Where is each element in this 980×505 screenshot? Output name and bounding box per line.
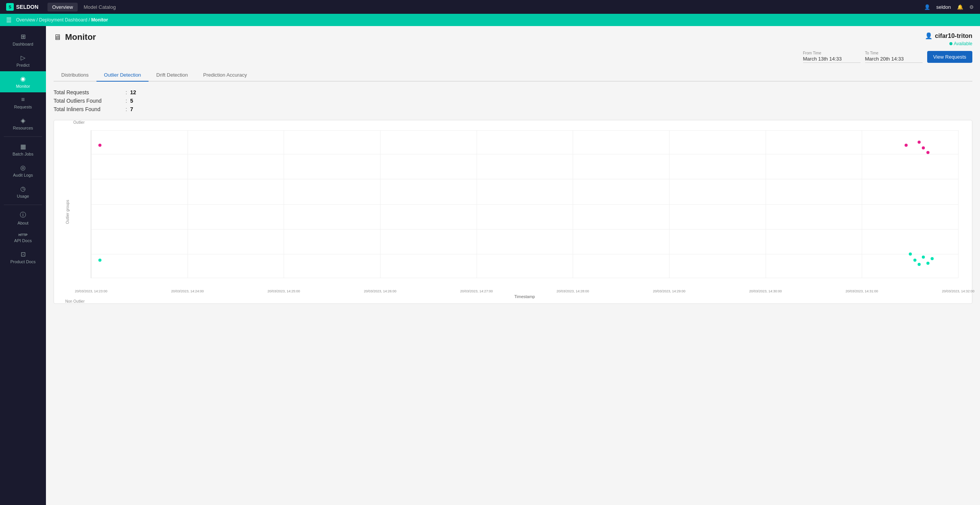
resources-icon: ◈: [21, 117, 25, 124]
grid-line-h-4: [91, 229, 958, 230]
data-point-5: [98, 259, 101, 262]
sidebar-label-usage: Usage: [17, 194, 29, 198]
dashboard-icon: ⊞: [21, 33, 26, 40]
data-point-4: [926, 151, 929, 154]
nav-overview[interactable]: Overview: [47, 3, 77, 11]
stat-total-inliners: Total Inliners Found : 7: [54, 106, 972, 112]
user-icon: 👤: [924, 4, 930, 10]
requests-icon: ≡: [21, 96, 24, 103]
stat-sep-2: :: [126, 106, 127, 112]
x-tick-5: 20/03/2023, 14:28:00: [557, 289, 589, 293]
bell-icon[interactable]: 🔔: [957, 4, 963, 10]
data-point-7: [913, 259, 916, 262]
sidebar-item-requests[interactable]: ≡ Requests: [0, 92, 46, 113]
tab-prediction-accuracy[interactable]: Prediction Accuracy: [196, 69, 255, 82]
breadcrumb-bar: ☰ Overview / Deployment Dashboard / Moni…: [0, 14, 980, 26]
grid-line-h-6: [91, 278, 958, 278]
stat-value-outliers: 5: [130, 98, 133, 104]
stat-value-requests: 12: [130, 89, 136, 95]
logo-icon: S: [6, 3, 14, 11]
breadcrumb-current: Monitor: [91, 17, 108, 23]
data-point-8: [918, 263, 921, 266]
status-dot: [949, 42, 952, 45]
stat-label-requests: Total Requests: [54, 89, 122, 95]
sidebar-label-product-docs: Product Docs: [10, 259, 36, 264]
to-time-value[interactable]: March 20th 14:33: [865, 56, 923, 63]
deployment-icon: 👤: [925, 32, 933, 39]
monitor-icon: ◉: [20, 75, 26, 82]
stat-label-inliners: Total Inliners Found: [54, 106, 122, 112]
data-point-11: [931, 257, 934, 260]
data-point-1: [905, 144, 908, 147]
page-header: 🖥 Monitor 👤 cifar10-triton Available: [54, 32, 972, 46]
grid-line-h-1: [91, 154, 958, 154]
x-tick-9: 20/03/2023, 14:32:00: [942, 289, 974, 293]
stat-sep-0: :: [126, 89, 127, 95]
to-time-label: To Time: [865, 51, 923, 55]
top-navigation: S SELDON Overview Model Catalog 👤 seldon…: [0, 0, 980, 14]
usage-icon: ◷: [20, 185, 26, 192]
breadcrumb-deployment-dashboard[interactable]: Deployment Dashboard: [39, 17, 87, 23]
tab-distributions[interactable]: Distributions: [54, 69, 96, 82]
sidebar-item-monitor[interactable]: ◉ Monitor: [0, 71, 46, 92]
x-tick-4: 20/03/2023, 14:27:00: [460, 289, 493, 293]
chart-plot-area: 20/03/2023, 14:23:0020/03/2023, 14:24:00…: [91, 130, 958, 278]
grid-line-h-5: [91, 254, 958, 254]
sidebar-label-requests: Requests: [14, 105, 32, 109]
sidebar-item-resources[interactable]: ◈ Resources: [0, 113, 46, 134]
nav-model-catalog[interactable]: Model Catalog: [79, 3, 121, 11]
y-label-outlier: Outlier: [62, 120, 85, 125]
tab-drift-detection[interactable]: Drift Detection: [149, 69, 195, 82]
x-tick-7: 20/03/2023, 14:30:00: [749, 289, 782, 293]
sidebar-item-predict[interactable]: ▷ Predict: [0, 50, 46, 71]
sidebar-item-product-docs[interactable]: ⊡ Product Docs: [0, 247, 46, 268]
sidebar-item-audit-logs[interactable]: ◎ Audit Logs: [0, 160, 46, 181]
sidebar-label-audit-logs: Audit Logs: [13, 173, 33, 177]
sidebar-label-api-docs: API Docs: [14, 238, 32, 243]
logo-text: SELDON: [16, 4, 38, 10]
x-tick-2: 20/03/2023, 14:25:00: [268, 289, 300, 293]
sidebar-label-batch-jobs: Batch Jobs: [13, 152, 33, 156]
breadcrumb: Overview / Deployment Dashboard / Monito…: [16, 17, 108, 23]
sidebar-item-usage[interactable]: ◷ Usage: [0, 181, 46, 202]
y-axis-labels: Outlier Non Outlier: [62, 120, 85, 303]
data-point-9: [922, 256, 925, 259]
top-nav-right: 👤 seldon 🔔 ⚙: [924, 4, 974, 10]
sidebar-item-api-docs[interactable]: HTTP API Docs: [0, 229, 46, 247]
tab-outlier-detection[interactable]: Outlier Detection: [96, 69, 149, 82]
grid-line-h-0: [91, 130, 958, 131]
y-label-non-outlier: Non Outlier: [62, 299, 85, 303]
sidebar-divider-1: [4, 136, 42, 137]
predict-icon: ▷: [21, 54, 25, 61]
breadcrumb-overview[interactable]: Overview: [16, 17, 35, 23]
sidebar-item-about[interactable]: ⓘ About: [0, 207, 46, 229]
x-tick-3: 20/03/2023, 14:26:00: [364, 289, 396, 293]
hamburger-icon[interactable]: ☰: [6, 16, 11, 24]
tab-bar: Distributions Outlier Detection Drift De…: [54, 69, 972, 82]
product-docs-icon: ⊡: [21, 251, 26, 258]
from-time-label: From Time: [803, 51, 861, 55]
audit-logs-icon: ◎: [20, 164, 26, 171]
x-tick-1: 20/03/2023, 14:24:00: [171, 289, 204, 293]
data-point-3: [922, 146, 925, 149]
status-label: Available: [954, 41, 972, 46]
api-docs-icon: HTTP: [18, 233, 28, 237]
sidebar-item-batch-jobs[interactable]: ▦ Batch Jobs: [0, 139, 46, 160]
about-icon: ⓘ: [20, 211, 26, 219]
sidebar-label-about: About: [18, 221, 29, 225]
grid-line-h-2: [91, 179, 958, 179]
monitor-page-icon: 🖥: [54, 33, 61, 42]
x-axis-label: Timestamp: [514, 294, 535, 299]
stat-label-outliers: Total Outliers Found: [54, 98, 122, 104]
data-point-2: [918, 141, 921, 144]
view-requests-button[interactable]: View Requests: [927, 51, 972, 63]
settings-icon[interactable]: ⚙: [969, 4, 974, 10]
from-time-value[interactable]: March 13th 14:33: [803, 56, 861, 63]
logo: S SELDON: [6, 3, 38, 11]
stat-value-inliners: 7: [130, 106, 133, 112]
x-tick-6: 20/03/2023, 14:29:00: [653, 289, 685, 293]
deployment-info: 👤 cifar10-triton Available: [925, 32, 972, 46]
sidebar-item-dashboard[interactable]: ⊞ Dashboard: [0, 29, 46, 50]
page-title-row: 🖥 Monitor: [54, 32, 96, 42]
grid-line-h-3: [91, 204, 958, 205]
